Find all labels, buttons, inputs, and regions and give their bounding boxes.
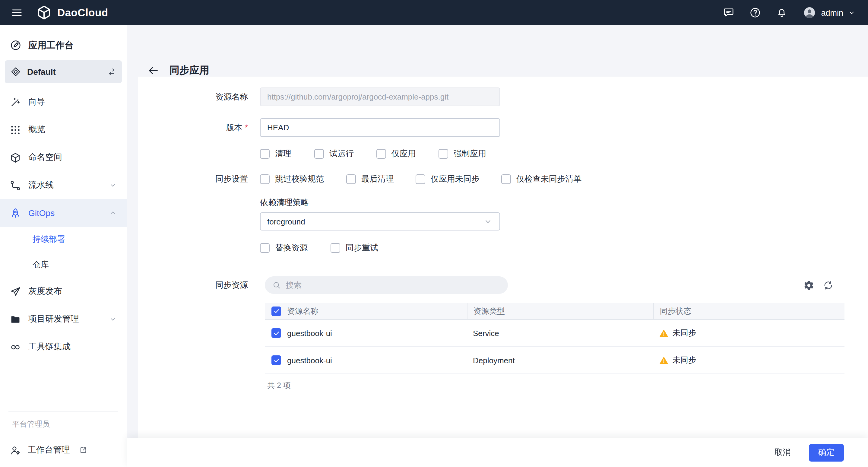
sidebar-item-project-management[interactable]: 项目研发管理: [0, 305, 127, 333]
column-header-status: 同步状态: [653, 303, 844, 319]
sidebar-item-gitops[interactable]: GitOps: [0, 199, 127, 227]
prune-policy-label: 依赖清理策略: [260, 197, 309, 208]
row-checkbox[interactable]: [272, 355, 281, 365]
menu-toggle-button[interactable]: [11, 7, 23, 19]
confirm-button[interactable]: 确定: [809, 444, 844, 461]
checkbox-box: [314, 149, 324, 158]
checkbox-box: [331, 243, 340, 252]
checkbox-check-out-of-sync-manifest-only[interactable]: 仅检查未同步清单: [501, 174, 582, 184]
chat-icon: [723, 7, 735, 19]
cancel-button[interactable]: 取消: [775, 447, 791, 458]
table-header-name-cell: 资源名称: [265, 303, 467, 319]
user-menu[interactable]: admin: [802, 5, 856, 20]
checkbox-dry-run[interactable]: 试运行: [314, 149, 354, 159]
sidebar-item-wizard[interactable]: 向导: [0, 88, 127, 116]
sidebar-workspace[interactable]: 应用工作台: [0, 31, 127, 59]
resource-name-label: 资源名称: [138, 88, 248, 106]
sync-resources-label: 同步资源: [138, 276, 248, 294]
folder-icon: [10, 313, 21, 325]
checkbox-box: [346, 174, 356, 184]
table-row: guestbook-ui Deployment 未同步: [265, 347, 844, 374]
checkbox-force-apply[interactable]: 强制应用: [438, 149, 486, 159]
chevron-down-icon: [847, 8, 856, 17]
workspace-label: 应用工作台: [28, 39, 73, 51]
resource-type: Service: [467, 320, 653, 346]
sidebar-item-repositories[interactable]: 仓库: [0, 252, 127, 278]
sidebar-item-label: 仓库: [33, 259, 49, 270]
help-button[interactable]: [749, 7, 761, 19]
checkbox-label: 仅检查未同步清单: [516, 174, 582, 184]
sidebar-item-continuous-deployment[interactable]: 持续部署: [0, 227, 127, 252]
search-input[interactable]: [286, 281, 501, 290]
refresh-button[interactable]: [823, 279, 835, 291]
sidebar-item-label: 工作台管理: [28, 445, 70, 456]
back-arrow-icon: [147, 65, 159, 76]
search-icon: [272, 281, 281, 290]
checkbox-box: [260, 243, 270, 252]
avatar-icon: [802, 5, 817, 20]
question-icon: [749, 7, 761, 19]
topbar-actions: admin: [723, 5, 856, 20]
resources-table: 资源名称 资源类型 同步状态 guestbook-ui Service 未同步: [265, 303, 844, 374]
checkbox-prune[interactable]: 清理: [260, 149, 291, 159]
username: admin: [821, 8, 843, 17]
daocloud-logo-icon: [36, 5, 52, 21]
resource-name: guestbook-ui: [287, 356, 332, 365]
sidebar-item-label: 工具链集成: [28, 342, 70, 352]
row-checkbox[interactable]: [272, 328, 281, 338]
revision-label: 版本*: [138, 118, 248, 137]
sidebar-item-toolchain[interactable]: 工具链集成: [0, 333, 127, 361]
brand[interactable]: DaoCloud: [36, 5, 108, 21]
topbar: DaoCloud admin: [0, 0, 868, 25]
sidebar-item-gray-release[interactable]: 灰度发布: [0, 278, 127, 305]
required-mark: *: [245, 123, 248, 132]
sidebar-item-label: 流水线: [28, 180, 54, 191]
checkbox-replace-resource[interactable]: 替换资源: [260, 243, 308, 253]
resource-name-input: [260, 88, 500, 106]
checkbox-box: [438, 149, 448, 158]
send-icon: [10, 286, 21, 297]
resource-name-cell: guestbook-ui: [265, 320, 467, 346]
settings-button[interactable]: [803, 279, 815, 291]
checkbox-box: [501, 174, 511, 184]
checkbox-apply-out-of-sync-only[interactable]: 仅应用未同步: [415, 174, 479, 184]
checkbox-label: 同步重试: [346, 242, 378, 253]
external-link-icon: [79, 446, 88, 454]
app-root: DaoCloud admin 应用工作台 Defa: [0, 0, 868, 467]
sidebar-item-label: GitOps: [28, 208, 55, 218]
checkbox-label: 跳过校验规范: [275, 174, 324, 184]
checkbox-box: [260, 174, 270, 184]
cluster-selector[interactable]: Default: [5, 60, 122, 83]
sidebar-item-label: 灰度发布: [28, 286, 62, 297]
cluster-label: Default: [27, 67, 56, 76]
revision-input[interactable]: [260, 118, 500, 137]
checkbox-label: 仅应用: [392, 148, 416, 159]
select-value: foreground: [267, 217, 305, 226]
sidebar-item-pipelines[interactable]: 流水线: [0, 172, 127, 199]
prune-policy-select[interactable]: foreground: [260, 212, 500, 230]
resource-type: Deployment: [467, 347, 653, 373]
sidebar-item-workbench-management[interactable]: 工作台管理: [0, 437, 127, 467]
checkbox-skip-schema-validation[interactable]: 跳过校验规范: [260, 174, 324, 184]
sidebar-item-overview[interactable]: 概览: [0, 116, 127, 144]
sidebar: 应用工作台 Default 向导 概览 命名空间 流水线 GitOps: [0, 25, 127, 467]
infinity-icon: [10, 341, 21, 353]
notifications-button[interactable]: [776, 7, 788, 19]
chevron-down-icon: [483, 217, 493, 226]
checkbox-apply-only[interactable]: 仅应用: [376, 149, 416, 159]
checkbox-box: [415, 174, 425, 184]
page-title: 同步应用: [169, 64, 209, 77]
select-all-checkbox[interactable]: [272, 306, 281, 316]
messages-button[interactable]: [723, 7, 735, 19]
brand-name: DaoCloud: [57, 6, 108, 19]
chevron-down-icon: [108, 315, 117, 323]
checkbox-sync-retry[interactable]: 同步重试: [331, 243, 378, 253]
chevron-down-icon: [108, 181, 117, 189]
refresh-icon: [823, 280, 834, 291]
back-button[interactable]: [147, 65, 159, 76]
sidebar-item-namespaces[interactable]: 命名空间: [0, 144, 127, 172]
wand-icon: [10, 96, 21, 108]
search-box[interactable]: [265, 276, 508, 294]
checkbox-prune-last[interactable]: 最后清理: [346, 174, 394, 184]
swap-icon[interactable]: [107, 67, 116, 76]
